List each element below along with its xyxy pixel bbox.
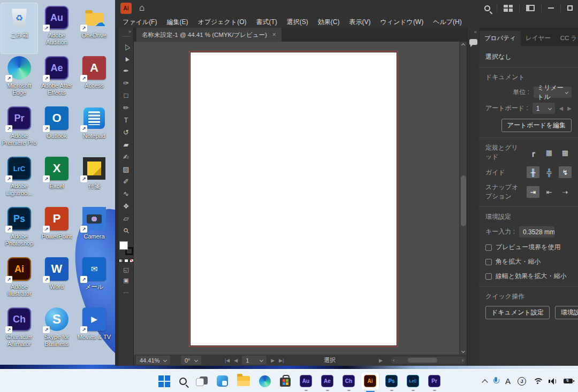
expand-tools-icon[interactable]: » (128, 29, 131, 34)
document-tab[interactable]: 名称未設定-1 @ 44.41 % (CMYK/プレビュー) × (136, 28, 282, 42)
scale-corners-checkbox-row[interactable]: 角を拡大・縮小 (485, 257, 572, 266)
transparency-grid-toggle-icon[interactable]: ▩ (559, 147, 572, 158)
next-artboard-icon[interactable]: ▶ (567, 105, 572, 111)
menu-edit[interactable]: 編集(E) (166, 18, 188, 27)
tab-properties[interactable]: プロパティ (480, 31, 521, 46)
pen-tool[interactable]: ✒ (120, 65, 133, 77)
draw-mode-icon[interactable]: ◱ (120, 264, 133, 275)
menu-object[interactable]: オブジェクト(O) (197, 18, 246, 27)
unit-select[interactable]: ミリメートル (534, 87, 572, 98)
vertical-scrollbar[interactable] (459, 42, 467, 355)
desktop-icon-excel[interactable]: X Excel (39, 154, 75, 204)
desktop-icon-edge[interactable]: Microsoft Edge (1, 53, 37, 104)
taskbar-app-premiere[interactable]: Pr (428, 375, 440, 387)
minimize-button[interactable] (548, 7, 554, 9)
next-artboard-button[interactable]: ▶ (271, 358, 275, 363)
artboard-select[interactable]: 1 (533, 103, 555, 114)
tab-layers[interactable]: レイヤー (521, 31, 556, 46)
ime-mode-indicator[interactable]: A (505, 376, 511, 386)
snap-to-pixel-icon[interactable]: ⇢ (559, 186, 572, 198)
desktop-icon-notepad[interactable]: Notepad (76, 104, 112, 154)
taskbar-app-audition[interactable]: Au (300, 375, 312, 387)
key-input-field[interactable]: 0.3528 mm (519, 226, 554, 237)
close-tab-icon[interactable]: × (272, 31, 276, 39)
arrange-documents-icon[interactable] (526, 5, 535, 11)
menu-select[interactable]: 選択(S) (287, 18, 308, 27)
artboard[interactable] (190, 52, 397, 346)
taskbar-app-lightroom[interactable]: LrC (407, 375, 419, 387)
checkbox-unchecked-icon[interactable] (485, 259, 492, 265)
checkbox-unchecked-icon[interactable] (485, 273, 492, 280)
type-tool[interactable]: T (120, 114, 133, 126)
ruler-toggle-icon[interactable]: ┏ (527, 147, 539, 158)
widgets-icon[interactable] (217, 375, 228, 387)
desktop-icon-premiere-pro[interactable]: Pr Adobe Premiere Pro (1, 104, 37, 154)
fill-swatch[interactable] (119, 241, 128, 250)
checkbox-unchecked-icon[interactable] (485, 244, 492, 251)
microsoft-store-icon[interactable] (280, 378, 291, 387)
desktop-icon-camera[interactable]: Camera (76, 204, 112, 255)
menu-window[interactable]: ウィンドウ(W) (380, 18, 423, 27)
tab-cc-libraries[interactable]: CC ライブラリ (556, 31, 578, 46)
scroll-up-icon[interactable] (461, 43, 465, 47)
comment-bubble-icon[interactable] (469, 39, 477, 45)
desktop-icon-movies-tv[interactable]: ▶ Movies & TV (76, 305, 112, 355)
none-chip[interactable] (130, 259, 134, 263)
maximize-button[interactable] (567, 5, 573, 11)
taskbar-app-after-effects[interactable]: Ae (321, 375, 333, 387)
desktop-icon-illustrator[interactable]: Ai Adobe Illustrator (1, 255, 37, 305)
show-guides-icon[interactable]: ╫ (527, 166, 539, 178)
menu-type[interactable]: 書式(T) (256, 18, 277, 27)
horizontal-scroll-thumb[interactable] (408, 358, 437, 363)
scroll-down-icon[interactable] (461, 349, 465, 353)
rotation-select[interactable]: 0° (181, 356, 201, 365)
menu-file[interactable]: ファイル(F) (123, 18, 157, 27)
prev-artboard-icon[interactable]: ◀ (559, 105, 564, 111)
fill-stroke-control[interactable] (119, 241, 133, 255)
rectangle-tool[interactable]: □ (120, 89, 133, 102)
prev-artboard-button[interactable]: ◀ (234, 358, 238, 363)
canvas-area[interactable] (134, 42, 467, 355)
eraser-tool[interactable]: ▰ (120, 139, 133, 151)
edit-artboard-button[interactable]: アートボードを編集 (501, 119, 572, 132)
workspace-switcher-icon[interactable] (504, 5, 513, 12)
document-setup-button[interactable]: ドキュメント設定 (485, 306, 550, 319)
menu-effect[interactable]: 効果(C) (318, 18, 340, 27)
battery-icon[interactable]: ↯ (564, 379, 573, 383)
preview-bounds-checkbox-row[interactable]: プレビュー境界を使用 (485, 243, 572, 252)
desktop-icon-adobe-audition[interactable]: Au Adobe Audition (39, 3, 75, 53)
artboard-number-select[interactable]: 1 (242, 356, 267, 365)
scroll-left-icon[interactable]: ‹ (393, 357, 394, 363)
snap-to-point-icon[interactable]: ⇥ (527, 186, 539, 198)
scroll-right-icon[interactable]: › (462, 357, 463, 363)
collapse-panels-icon[interactable]: « (467, 28, 479, 35)
hand-tool[interactable]: ✍ (120, 151, 133, 163)
symbol-sprayer-tool[interactable]: ❖ (120, 200, 133, 212)
zoom-level-select[interactable]: 44.41% (136, 356, 170, 365)
desktop-icon-access[interactable]: A Access (76, 53, 112, 104)
volume-icon[interactable] (549, 378, 557, 385)
first-artboard-button[interactable]: |◀ (225, 358, 230, 363)
paintbrush-tool[interactable]: ✏ (120, 102, 133, 114)
hidden-icons-chevron[interactable] (482, 379, 488, 385)
desktop-icon-skype[interactable]: S Skype for Business (39, 305, 75, 355)
screen-mode-icon[interactable]: ▣ (120, 275, 133, 286)
horizontal-scrollbar[interactable]: ‹ › (391, 357, 466, 364)
blend-tool[interactable]: ∿ (120, 188, 133, 200)
desktop-icon-after-effects[interactable]: Ae Adobe After Effects (39, 53, 75, 104)
gradient-chip[interactable] (119, 259, 123, 263)
tools-grip[interactable] (122, 36, 131, 37)
desktop-icon-mail[interactable]: ✉ メール (76, 255, 112, 305)
search-icon[interactable] (484, 5, 490, 11)
desktop-icon-powerpoint[interactable]: P PowerPoint (39, 204, 75, 255)
taskbar-app-character-animator[interactable]: Ch (343, 375, 355, 387)
desktop-icon-sticky-notes[interactable]: 付箋 (76, 154, 112, 204)
wifi-icon[interactable] (533, 378, 542, 385)
smart-guides-icon[interactable]: ↯ (559, 166, 572, 178)
eyedropper-tool[interactable]: ✐ (120, 175, 133, 188)
menu-help[interactable]: ヘルプ(H) (433, 18, 462, 27)
desktop-icon-recycle-bin[interactable]: ごみ箱 (1, 3, 37, 53)
menu-view[interactable]: 表示(V) (349, 18, 370, 27)
status-play-icon[interactable]: ▶ (379, 356, 383, 365)
last-artboard-button[interactable]: ▶| (279, 358, 284, 363)
